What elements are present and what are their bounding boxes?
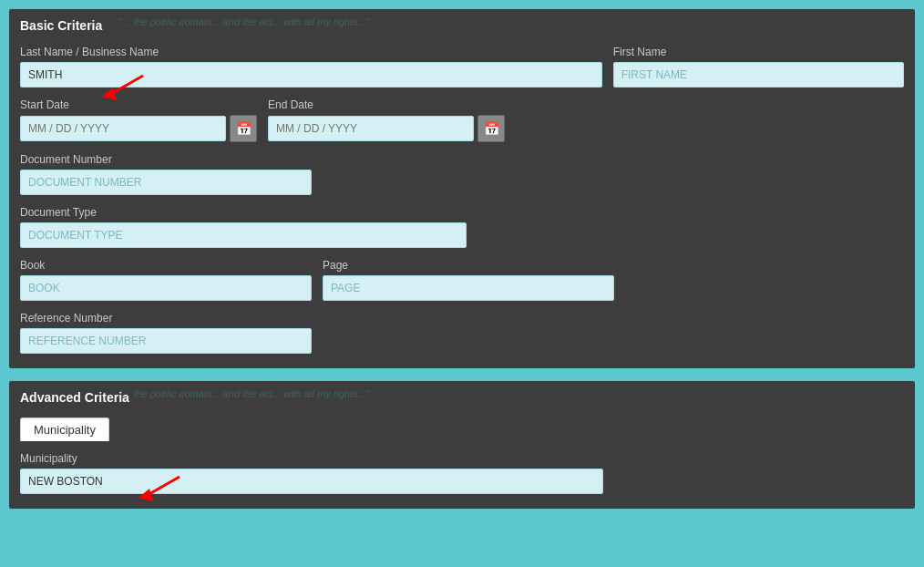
page-input[interactable] bbox=[323, 275, 614, 301]
municipality-label: Municipality bbox=[20, 452, 603, 465]
basic-criteria-section: "... the public domain... and the act...… bbox=[7, 7, 917, 370]
page-group: Page bbox=[323, 259, 614, 301]
end-date-label: End Date bbox=[268, 98, 505, 111]
doc-number-label: Document Number bbox=[20, 153, 312, 166]
ref-number-row: Reference Number bbox=[20, 312, 904, 354]
end-date-row: 📅 bbox=[268, 115, 505, 142]
ref-number-input[interactable] bbox=[20, 328, 312, 354]
last-name-label: Last Name / Business Name bbox=[20, 46, 602, 58]
book-group: Book bbox=[20, 259, 312, 301]
end-date-group: End Date 📅 bbox=[268, 98, 505, 142]
last-name-input[interactable] bbox=[20, 62, 602, 88]
first-name-group: First Name bbox=[613, 46, 904, 88]
last-name-group: Last Name / Business Name bbox=[20, 46, 602, 88]
doc-number-row: Document Number bbox=[20, 153, 904, 195]
page-label: Page bbox=[323, 259, 614, 272]
first-name-input[interactable] bbox=[613, 62, 904, 88]
doc-number-input[interactable] bbox=[20, 170, 312, 195]
doc-type-input[interactable] bbox=[20, 222, 467, 248]
first-name-label: First Name bbox=[613, 46, 904, 58]
advanced-criteria-section: "... the public domain... and the act...… bbox=[7, 379, 917, 510]
end-date-calendar-button[interactable]: 📅 bbox=[477, 115, 505, 142]
ref-number-label: Reference Number bbox=[20, 312, 312, 325]
book-label: Book bbox=[20, 259, 312, 272]
book-input[interactable] bbox=[20, 275, 312, 301]
municipality-tab[interactable]: Municipality bbox=[20, 418, 109, 441]
ref-number-group: Reference Number bbox=[20, 312, 312, 354]
start-date-row: 📅 bbox=[20, 115, 257, 142]
start-date-calendar-button[interactable]: 📅 bbox=[230, 115, 257, 142]
end-date-input[interactable] bbox=[268, 116, 474, 141]
doc-type-row: Document Type bbox=[20, 206, 904, 248]
name-row: Last Name / Business Name First Name bbox=[20, 46, 904, 88]
doc-type-group: Document Type bbox=[20, 206, 467, 248]
start-date-label: Start Date bbox=[20, 98, 257, 111]
calendar-icon-2: 📅 bbox=[484, 121, 499, 136]
date-row: Start Date 📅 End Date 📅 bbox=[20, 98, 904, 142]
doc-type-label: Document Type bbox=[20, 206, 467, 219]
basic-criteria-title: Basic Criteria bbox=[20, 18, 904, 36]
start-date-group: Start Date 📅 bbox=[20, 98, 257, 142]
advanced-criteria-title: Advanced Criteria bbox=[20, 390, 904, 408]
start-date-input[interactable] bbox=[20, 116, 226, 141]
municipality-input[interactable] bbox=[20, 469, 603, 494]
tab-bar: Municipality bbox=[20, 418, 904, 441]
calendar-icon: 📅 bbox=[236, 121, 252, 136]
municipality-row: Municipality bbox=[20, 452, 904, 494]
municipality-group: Municipality bbox=[20, 452, 603, 494]
book-page-row: Book Page bbox=[20, 259, 904, 301]
doc-number-group: Document Number bbox=[20, 153, 312, 195]
